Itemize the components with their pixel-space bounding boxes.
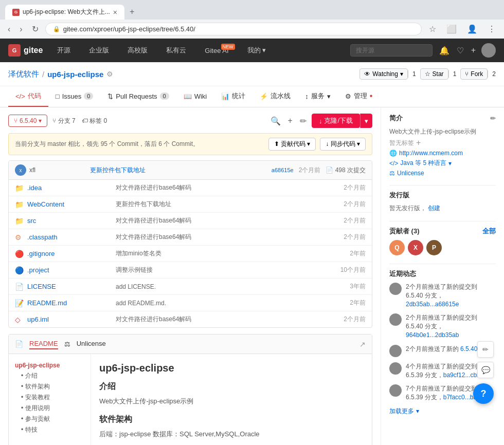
- tab-stats[interactable]: 📊 统计: [214, 86, 253, 107]
- toc-root-item[interactable]: up6-jsp-eclipse: [15, 360, 84, 370]
- nav-private[interactable]: 私有云: [162, 44, 190, 57]
- file-name-link[interactable]: .classpath: [27, 233, 110, 241]
- toc-contribute[interactable]: • 参与贡献: [21, 414, 84, 424]
- add-file-button[interactable]: +: [286, 114, 295, 128]
- file-table: x xfl 更新控件包下载地址 a68615e 2个月前 📄 498 次提交 📁…: [8, 160, 372, 328]
- tab-pipeline[interactable]: ⚡ 流水线: [253, 86, 298, 107]
- plus-icon[interactable]: +: [470, 44, 477, 57]
- file-name-link[interactable]: src: [27, 217, 110, 225]
- license-link[interactable]: ⚖ Unlicense: [389, 170, 496, 177]
- branch-count-link[interactable]: ⑂ 分支 7: [52, 117, 75, 125]
- profile-button[interactable]: 👤: [464, 23, 480, 35]
- tab-code[interactable]: </> 代码: [8, 86, 48, 107]
- code-icon: </>: [15, 92, 25, 100]
- tab-issues[interactable]: □ Issues 0: [48, 86, 101, 107]
- website-link[interactable]: 🌐 http://www.ncmem.com: [389, 150, 496, 157]
- commit-hash[interactable]: a68615e: [272, 167, 294, 173]
- clone-dropdown-button[interactable]: ▾: [360, 114, 372, 128]
- toc-arch[interactable]: • 软件架构: [21, 381, 84, 392]
- menu-button[interactable]: ⋮: [484, 23, 499, 35]
- repo-org-link[interactable]: 泽优软件: [8, 69, 39, 79]
- tab-close-icon[interactable]: ×: [113, 8, 117, 16]
- contributor-avatar-2[interactable]: X: [408, 240, 423, 255]
- contribute-code-button[interactable]: ⬆ 贡献代码 ▾: [268, 138, 316, 151]
- forward-button[interactable]: ›: [17, 24, 25, 35]
- tab-wiki[interactable]: 📖 Wiki: [176, 86, 214, 107]
- tag-count-link[interactable]: 🏷 标签 0: [82, 117, 107, 125]
- readme-file-icon: 📝: [15, 299, 24, 307]
- star-button[interactable]: ☆ Star: [420, 68, 448, 80]
- file-name-link[interactable]: LICENSE: [27, 283, 110, 290]
- tab-readme[interactable]: README: [29, 339, 58, 349]
- readme-tab-icon: 📄: [15, 340, 23, 348]
- gitee-logo[interactable]: G gitee: [8, 44, 43, 57]
- back-button[interactable]: ‹: [5, 24, 13, 35]
- file-name-link[interactable]: README.md: [27, 299, 110, 307]
- float-help-button[interactable]: ?: [473, 383, 494, 404]
- contributor-avatar-3[interactable]: P: [426, 240, 442, 255]
- edit-files-button[interactable]: ✏: [298, 114, 309, 128]
- file-name-link[interactable]: .project: [27, 266, 110, 274]
- activity-branch-link[interactable]: 6.5.40: [460, 345, 477, 353]
- tab-pullrequests[interactable]: ⇅ Pull Requests 0: [100, 86, 176, 107]
- tab-license[interactable]: Unlicense: [77, 339, 106, 349]
- file-commit-message: 对文件路径进行base64解码: [110, 183, 325, 192]
- file-name-link[interactable]: .gitignore: [27, 250, 110, 257]
- file-name-link[interactable]: up6.iml: [27, 316, 110, 323]
- create-release-link[interactable]: 创建: [428, 205, 440, 212]
- expand-icon[interactable]: ↗: [359, 340, 366, 348]
- all-contributors-link[interactable]: 全部: [482, 227, 496, 236]
- toc-tricks[interactable]: • 特技: [21, 424, 84, 435]
- nav-gitee-ai[interactable]: Gitee AI NEW: [201, 45, 232, 57]
- refresh-button[interactable]: ↻: [29, 23, 41, 35]
- branch-selector[interactable]: ⑂ 6.5.40 ▾: [8, 115, 47, 127]
- repo-settings-icon[interactable]: ⚙: [106, 70, 113, 78]
- tab-manage[interactable]: ⚙ 管理 •: [338, 86, 380, 107]
- toc-root-link[interactable]: up6-jsp-eclipse: [15, 362, 60, 369]
- active-tab[interactable]: G up6-jsp-eclipse: Web大文件上... ×: [5, 5, 124, 20]
- new-tab-button[interactable]: +: [124, 4, 139, 20]
- file-name-link[interactable]: WebContent: [27, 200, 110, 208]
- fork-button[interactable]: ⑂ Fork: [460, 68, 488, 80]
- load-more-button[interactable]: 加载更多 ▾: [389, 407, 496, 416]
- extensions-button[interactable]: ⬜: [443, 23, 460, 35]
- tab-title: up6-jsp-eclipse: Web大文件上...: [23, 8, 110, 16]
- float-comment-button[interactable]: 💬: [477, 362, 494, 378]
- watch-button[interactable]: 👁 Watching ▾: [359, 68, 408, 80]
- latest-commit-message[interactable]: 更新控件包下载地址: [90, 166, 272, 175]
- star-group: ☆ Star 1: [420, 68, 457, 80]
- user-avatar[interactable]: [481, 43, 496, 58]
- activity-avatar-2: [389, 313, 402, 326]
- search-files-button[interactable]: 🔍: [268, 114, 283, 128]
- commit-time: 2个月前: [294, 166, 326, 175]
- toc-usage[interactable]: • 使用说明: [21, 403, 84, 414]
- search-input[interactable]: [350, 44, 433, 57]
- bookmark-button[interactable]: ☆: [426, 23, 439, 35]
- sync-code-button[interactable]: ↓ 同步代码 ▾: [320, 138, 366, 151]
- address-bar[interactable]: 🔒 gitee.com/xproer/up6-jsp-eclipse/tree/…: [45, 23, 422, 35]
- clone-button[interactable]: ↓ 克隆/下载: [312, 114, 360, 128]
- nav-university[interactable]: 高校版: [123, 44, 152, 57]
- repo-path: 泽优软件 / up6-jsp-eclipse ⚙: [8, 69, 113, 79]
- nav-my[interactable]: 我的 ▾: [243, 44, 271, 57]
- readme-arch-text: 后端：jsp-eclipse 数据库：SQL Server,MySQL,Orac…: [99, 429, 364, 440]
- nav-open-source[interactable]: 开源: [53, 44, 75, 57]
- float-edit-button[interactable]: ✏: [477, 341, 494, 358]
- nav-enterprise[interactable]: 企业版: [85, 44, 113, 57]
- tab-services[interactable]: ↕ 服务 ▾: [298, 86, 338, 107]
- browser-toolbar: ‹ › ↻ 🔒 gitee.com/xproer/up6-jsp-eclipse…: [0, 20, 504, 39]
- edit-intro-button[interactable]: ✏: [490, 115, 496, 122]
- heart-icon[interactable]: ♡: [455, 44, 465, 57]
- notification-bell-icon[interactable]: 🔔: [438, 44, 451, 57]
- star-count: 1: [448, 70, 457, 78]
- toc-intro[interactable]: • 介绍: [21, 370, 84, 381]
- file-name-link[interactable]: .idea: [27, 184, 110, 192]
- contributor-avatar-1[interactable]: Q: [389, 240, 405, 255]
- add-tag-button[interactable]: +: [416, 138, 421, 147]
- repo-name-link[interactable]: up6-jsp-eclipse: [47, 70, 103, 79]
- activity-commit-link-1[interactable]: 2db35ab...a68615e: [406, 301, 459, 308]
- commit-info-right: ⬆ 贡献代码 ▾ ↓ 同步代码 ▾: [268, 138, 366, 151]
- toc-install[interactable]: • 安装教程: [21, 392, 84, 403]
- activity-commit-link-2[interactable]: 964b0e1...2db35ab: [406, 331, 459, 339]
- language-link[interactable]: </> Java 等 5 种语言 ▾: [389, 159, 496, 168]
